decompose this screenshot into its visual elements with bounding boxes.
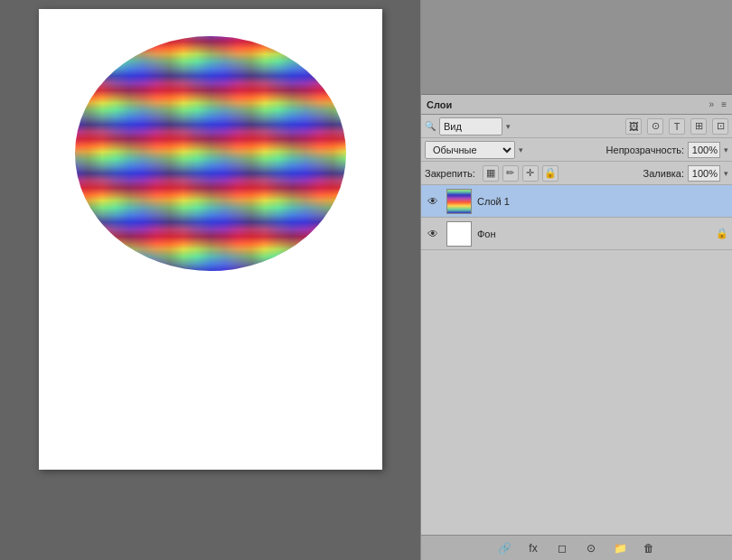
- fill-chevron-icon: ▾: [724, 169, 728, 178]
- canvas-document: [39, 9, 382, 470]
- ellipse-pattern: [75, 36, 346, 271]
- collapse-icon[interactable]: »: [709, 99, 715, 109]
- link-layers-btn[interactable]: 🔗: [495, 539, 513, 557]
- canvas-area: [0, 0, 420, 560]
- lock-transparent-btn[interactable]: ▦: [483, 165, 499, 182]
- add-mask-btn[interactable]: ◻: [553, 539, 571, 557]
- layer-thumb-white: [447, 222, 471, 246]
- lock-image-btn[interactable]: ✏: [502, 165, 519, 182]
- shape-filter-icon[interactable]: ⊞: [690, 118, 707, 135]
- visibility-icon-bg[interactable]: 👁: [425, 226, 441, 242]
- panel-menu-icon[interactable]: ≡: [721, 99, 727, 109]
- panel-top-gray: [421, 0, 732, 95]
- opacity-input[interactable]: [688, 142, 720, 158]
- new-group-btn[interactable]: 📁: [611, 539, 629, 557]
- layer-item-bg[interactable]: 👁 Фон 🔒: [421, 218, 732, 250]
- delete-layer-btn[interactable]: 🗑: [640, 539, 658, 557]
- fill-input[interactable]: [688, 165, 720, 182]
- image-filter-icon[interactable]: 🖼: [625, 118, 642, 135]
- canvas-ellipse: [75, 36, 346, 271]
- view-chevron-icon: ▾: [506, 122, 511, 131]
- smart-filter-icon[interactable]: ⊡: [712, 118, 728, 135]
- layers-list: 👁 Слой 1 👁 Фон 🔒: [421, 185, 732, 535]
- layer-thumb-pattern: [447, 190, 471, 213]
- layers-header: Слои » ≡: [421, 95, 732, 115]
- fill-label: Заливка:: [643, 168, 684, 179]
- layer-lock-icon-bg: 🔒: [716, 228, 728, 239]
- adjust-filter-icon[interactable]: ⊙: [647, 118, 663, 135]
- layers-title: Слои: [427, 99, 452, 110]
- search-icon: 🔍: [425, 121, 436, 131]
- view-dropdown[interactable]: Вид: [439, 117, 502, 135]
- layers-panel: Слои » ≡ 🔍 Вид ▾ 🖼 ⊙ T ⊞ ⊡ Обычны: [421, 95, 732, 560]
- layer-effects-btn[interactable]: fx: [524, 539, 542, 557]
- right-panel: Слои » ≡ 🔍 Вид ▾ 🖼 ⊙ T ⊞ ⊡ Обычны: [420, 0, 732, 560]
- opacity-chevron-icon: ▾: [724, 145, 728, 154]
- blend-mode-dropdown[interactable]: Обычные: [425, 141, 515, 159]
- lock-position-btn[interactable]: ✛: [522, 165, 539, 182]
- layers-bottom-toolbar: 🔗 fx ◻ ⊙ 📁 🗑: [421, 535, 732, 560]
- layer-name-layer1: Слой 1: [477, 196, 728, 207]
- layers-header-icons: » ≡: [709, 99, 727, 109]
- new-adjustment-btn[interactable]: ⊙: [582, 539, 600, 557]
- layer-thumbnail-bg: [446, 221, 472, 247]
- layer-thumbnail-layer1: [446, 189, 472, 214]
- lock-all-btn[interactable]: 🔒: [542, 165, 558, 182]
- lock-label: Закрепить:: [425, 168, 475, 179]
- text-filter-icon[interactable]: T: [669, 118, 685, 135]
- layer-name-bg: Фон: [477, 229, 710, 239]
- layer-item-layer1[interactable]: 👁 Слой 1: [421, 185, 732, 218]
- layers-filter-row: 🔍 Вид ▾ 🖼 ⊙ T ⊞ ⊡: [421, 115, 732, 138]
- blend-opacity-row: Обычные ▾ Непрозрачность: ▾: [421, 138, 732, 162]
- opacity-label: Непрозрачность:: [606, 145, 684, 155]
- layer-type-icons: 🖼 ⊙ T ⊞ ⊡: [625, 118, 728, 135]
- visibility-icon-layer1[interactable]: 👁: [425, 193, 441, 210]
- blend-chevron-icon: ▾: [519, 145, 523, 154]
- lock-fill-row: Закрепить: ▦ ✏ ✛ 🔒 Заливка: ▾: [421, 162, 732, 185]
